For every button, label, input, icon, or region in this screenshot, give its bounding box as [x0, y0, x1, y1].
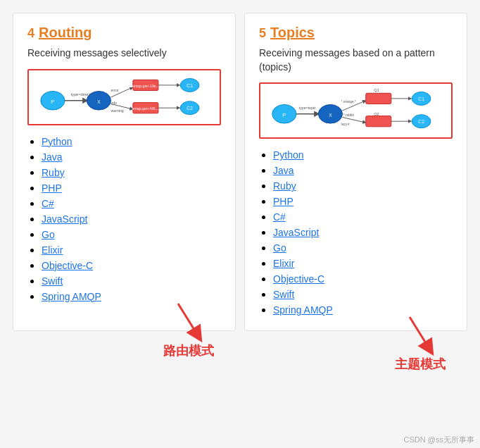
routing-number: 4 — [27, 26, 34, 41]
topics-link-php[interactable]: PHP — [273, 196, 293, 207]
svg-text:warning: warning — [111, 108, 124, 112]
svg-text:C1: C1 — [187, 82, 193, 87]
list-item: JavaScript — [42, 213, 221, 225]
topics-link-go[interactable]: Go — [273, 242, 286, 254]
topics-card: 5 Topics Receiving messages based on a p… — [244, 13, 467, 331]
topics-number: 5 — [259, 26, 266, 41]
list-item: Swift — [42, 275, 221, 287]
svg-text:amqp.gen-19s...: amqp.gen-19s... — [132, 83, 159, 87]
svg-text:X: X — [329, 113, 332, 118]
list-item: Swift — [273, 288, 453, 301]
routing-link-java[interactable]: Java — [42, 151, 63, 163]
routing-label-text: 路由模式 — [163, 342, 214, 359]
routing-card: 4 Routing Receiving messages selectively… — [13, 13, 236, 331]
routing-link-ruby[interactable]: Ruby — [42, 167, 65, 178]
list-item: Python — [42, 135, 221, 148]
routing-description: Receiving messages selectively — [27, 46, 221, 61]
routing-link-php[interactable]: PHP — [42, 182, 62, 194]
routing-link-go[interactable]: Go — [42, 229, 55, 240]
routing-link-csharp[interactable]: C# — [42, 198, 54, 209]
routing-header: 4 Routing — [27, 25, 221, 41]
topics-title[interactable]: Topics — [270, 25, 315, 41]
svg-text:error: error — [111, 88, 119, 92]
list-item: Elixir — [273, 257, 453, 270]
svg-text:Q2: Q2 — [374, 112, 379, 116]
routing-content-wrapper: Python Java Ruby PHP C# JavaScript Go El… — [27, 135, 221, 303]
main-container: 4 Routing Receiving messages selectively… — [7, 7, 473, 337]
routing-link-elixir[interactable]: Elixir — [42, 244, 63, 256]
topics-link-spring[interactable]: Spring AMQP — [273, 304, 333, 316]
list-item: Java — [42, 151, 221, 163]
routing-title[interactable]: Routing — [39, 25, 92, 41]
routing-link-javascript[interactable]: JavaScript — [42, 213, 87, 225]
topics-link-csharp[interactable]: C# — [273, 211, 286, 223]
svg-text:type=topic: type=topic — [299, 106, 316, 110]
svg-text:C1: C1 — [418, 97, 424, 101]
list-item: Java — [273, 164, 453, 177]
routing-links-list: Python Java Ruby PHP C# JavaScript Go El… — [27, 135, 221, 303]
routing-link-swift[interactable]: Swift — [42, 275, 63, 287]
topics-links-list: Python Java Ruby PHP C# JavaScript Go El… — [259, 149, 453, 316]
topics-link-ruby[interactable]: Ruby — [273, 180, 296, 192]
list-item: PHP — [273, 195, 453, 208]
list-item: JavaScript — [273, 226, 453, 239]
routing-arrow-svg — [171, 300, 206, 342]
list-item: Elixir — [42, 244, 221, 256]
svg-text:P: P — [51, 98, 54, 104]
topics-description: Receiving messages based on a pattern (t… — [259, 46, 453, 74]
footer: CSDN @ss无所事事 — [404, 435, 474, 445]
list-item: Ruby — [42, 166, 221, 179]
list-item: Objective-C — [273, 273, 453, 285]
list-item: Go — [273, 242, 453, 254]
svg-text:Q1: Q1 — [374, 89, 379, 93]
svg-text:X: X — [97, 99, 101, 104]
routing-diagram: P X type=direct error info warning amqp.… — [27, 69, 221, 125]
list-item: Spring AMQP — [42, 290, 221, 303]
svg-text:amqp.gen-A8L...: amqp.gen-A8L... — [132, 106, 160, 111]
topics-link-python[interactable]: Python — [273, 149, 304, 161]
topics-label-text: 主题模式 — [395, 356, 446, 373]
svg-text:C2: C2 — [418, 119, 424, 124]
topics-arrow-svg — [403, 313, 438, 356]
list-item: Go — [42, 228, 221, 241]
svg-text:lazy.#: lazy.# — [341, 123, 350, 126]
topics-header: 5 Topics — [259, 25, 453, 41]
topics-link-objective-c[interactable]: Objective-C — [273, 273, 324, 285]
list-item: Ruby — [273, 180, 453, 192]
svg-text:C2: C2 — [187, 106, 193, 111]
svg-text:*.orange.*: *.orange.* — [341, 100, 356, 104]
topics-content-wrapper: Python Java Ruby PHP C# JavaScript Go El… — [259, 149, 453, 316]
topics-label-container: 主题模式 — [395, 313, 446, 373]
routing-link-spring[interactable]: Spring AMQP — [42, 291, 101, 302]
list-item: C# — [273, 211, 453, 223]
routing-link-python[interactable]: Python — [42, 136, 72, 147]
topics-diagram: P X type=topic *.orange.* *.*.rabbit laz… — [259, 82, 453, 139]
list-item: Objective-C — [42, 259, 221, 272]
svg-text:type=direct: type=direct — [71, 92, 91, 97]
svg-rect-35 — [366, 93, 391, 104]
svg-line-43 — [410, 317, 429, 349]
svg-rect-36 — [366, 116, 391, 127]
topics-link-java[interactable]: Java — [273, 165, 294, 176]
list-item: C# — [42, 197, 221, 210]
list-item: Python — [273, 149, 453, 161]
topics-link-swift[interactable]: Swift — [273, 289, 294, 300]
svg-line-21 — [178, 304, 198, 335]
svg-text:*.*.rabbit: *.*.rabbit — [341, 113, 355, 117]
routing-label-container: 路由模式 — [163, 300, 214, 359]
topics-link-elixir[interactable]: Elixir — [273, 258, 294, 269]
svg-text:P: P — [282, 112, 286, 118]
list-item: Spring AMQP — [273, 304, 453, 316]
routing-link-objective-c[interactable]: Objective-C — [42, 260, 93, 271]
topics-link-javascript[interactable]: JavaScript — [273, 227, 319, 238]
list-item: PHP — [42, 182, 221, 194]
